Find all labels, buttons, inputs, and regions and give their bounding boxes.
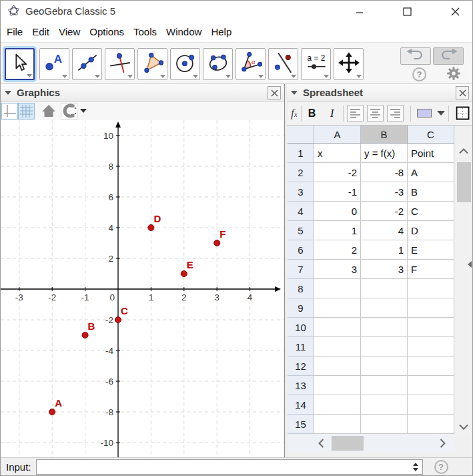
cell-C15[interactable] <box>408 415 454 434</box>
graphics-collapse-icon[interactable] <box>5 91 11 95</box>
menu-help[interactable]: Help <box>206 24 236 39</box>
tool-line-button[interactable] <box>72 48 102 80</box>
scroll-right-icon[interactable] <box>436 434 450 453</box>
tool-perpendicular-line-button[interactable] <box>105 48 135 80</box>
scroll-down-icon[interactable] <box>456 419 472 434</box>
cell-B10[interactable] <box>361 318 408 337</box>
cell-C4[interactable]: C <box>408 202 454 221</box>
menu-file[interactable]: File <box>2 24 27 39</box>
cell-C6[interactable]: E <box>408 240 454 260</box>
minimize-button[interactable] <box>352 5 367 18</box>
scroll-up-icon[interactable] <box>456 144 472 158</box>
cell-borders-button[interactable] <box>455 105 470 121</box>
cell-C13[interactable] <box>408 376 454 395</box>
tool-point-button[interactable]: A <box>39 48 69 80</box>
menu-tools[interactable]: Tools <box>129 24 161 39</box>
cell-C2[interactable]: A <box>408 163 454 182</box>
cell-B14[interactable] <box>361 395 408 415</box>
tool-ellipse-button[interactable] <box>203 48 233 80</box>
cell-A2[interactable]: -2 <box>314 163 361 182</box>
row-header-1[interactable]: 1 <box>288 144 314 163</box>
column-header-A[interactable]: A <box>314 126 361 144</box>
tool-reflect-button[interactable] <box>268 48 298 80</box>
align-right-button[interactable] <box>387 105 404 122</box>
cell-B1[interactable]: y = f(x) <box>361 144 408 163</box>
input-help-button[interactable]: ? <box>434 460 448 474</box>
cell-B2[interactable]: -8 <box>361 163 408 182</box>
menu-window[interactable]: Window <box>161 24 206 39</box>
redo-button[interactable] <box>433 47 464 65</box>
cell-A10[interactable] <box>314 318 361 337</box>
cell-B7[interactable]: 3 <box>361 260 408 279</box>
cell-B15[interactable] <box>361 415 408 434</box>
tool-dropdown-icon[interactable] <box>127 75 133 78</box>
tool-circle-with-center-button[interactable] <box>170 48 200 80</box>
tool-polygon-button[interactable] <box>137 48 167 80</box>
close-button[interactable] <box>448 5 462 18</box>
cell-B11[interactable] <box>361 337 408 356</box>
cell-A5[interactable]: 1 <box>314 221 361 240</box>
show-axes-button[interactable] <box>1 103 18 120</box>
cell-A14[interactable] <box>314 395 361 415</box>
row-header-12[interactable]: 12 <box>288 356 314 376</box>
cell-A9[interactable] <box>314 298 361 318</box>
point-capturing-dropdown-icon[interactable] <box>80 109 87 113</box>
tool-dropdown-icon[interactable] <box>27 74 32 77</box>
cell-A12[interactable] <box>314 356 361 376</box>
maximize-button[interactable] <box>400 5 414 18</box>
cell-C10[interactable] <box>408 318 454 337</box>
tool-dropdown-icon[interactable] <box>193 75 198 78</box>
cell-B13[interactable] <box>361 376 408 395</box>
cell-color-swatch[interactable] <box>417 109 432 117</box>
align-center-button[interactable] <box>367 105 384 122</box>
row-header-9[interactable]: 9 <box>288 298 314 318</box>
row-header-13[interactable]: 13 <box>288 376 314 395</box>
cell-B4[interactable]: -2 <box>361 202 408 221</box>
tool-dropdown-icon[interactable] <box>160 75 165 78</box>
cell-C8[interactable] <box>408 279 454 298</box>
cell-C5[interactable]: D <box>408 221 454 240</box>
cell-A11[interactable] <box>314 337 361 356</box>
point-C[interactable] <box>115 317 121 323</box>
panel-resize-arrow-icon[interactable] <box>468 261 472 268</box>
graphics-close-button[interactable] <box>268 86 281 99</box>
tool-dropdown-icon[interactable] <box>258 75 264 78</box>
cell-A3[interactable]: -1 <box>314 182 361 202</box>
function-fx-button[interactable]: fx <box>291 107 298 120</box>
graphics-view[interactable]: -3-2-101234108642-2-4-6-8-10ABCDEF <box>1 120 284 457</box>
row-header-7[interactable]: 7 <box>288 260 314 279</box>
spreadsheet-close-button[interactable] <box>456 86 469 99</box>
cell-B9[interactable] <box>361 298 408 318</box>
menu-options[interactable]: Options <box>85 24 129 39</box>
row-header-6[interactable]: 6 <box>288 240 314 260</box>
toolbar-help-button[interactable]: ? <box>412 67 426 81</box>
undo-button[interactable] <box>400 47 431 65</box>
cell-C12[interactable] <box>408 356 454 376</box>
bold-button[interactable]: B <box>305 107 320 120</box>
tool-slider-button[interactable]: a = 2 <box>301 48 331 80</box>
row-header-4[interactable]: 4 <box>288 202 314 221</box>
menu-edit[interactable]: Edit <box>27 24 54 39</box>
row-header-11[interactable]: 11 <box>288 337 314 356</box>
cell-C1[interactable]: Point <box>408 144 454 163</box>
column-header-C[interactable]: C <box>408 126 454 144</box>
row-header-15[interactable]: 15 <box>288 415 314 434</box>
point-F[interactable] <box>214 240 220 246</box>
point-E[interactable] <box>181 271 187 277</box>
tool-dropdown-icon[interactable] <box>62 75 67 78</box>
cell-B12[interactable] <box>361 356 408 376</box>
point-D[interactable] <box>148 225 154 231</box>
tool-dropdown-icon[interactable] <box>225 75 231 78</box>
default-view-button[interactable] <box>40 103 57 120</box>
cell-A4[interactable]: 0 <box>314 202 361 221</box>
cell-B6[interactable]: 1 <box>361 240 408 260</box>
tool-move-button[interactable] <box>5 48 35 80</box>
tool-dropdown-icon[interactable] <box>95 75 100 78</box>
cell-C11[interactable] <box>408 337 454 356</box>
cell-A1[interactable]: x <box>314 144 361 163</box>
input-history-spinner[interactable] <box>413 463 418 471</box>
cell-A13[interactable] <box>314 376 361 395</box>
corner-header-cell[interactable] <box>288 126 314 144</box>
menu-view[interactable]: View <box>54 24 85 39</box>
align-left-button[interactable] <box>347 105 364 122</box>
